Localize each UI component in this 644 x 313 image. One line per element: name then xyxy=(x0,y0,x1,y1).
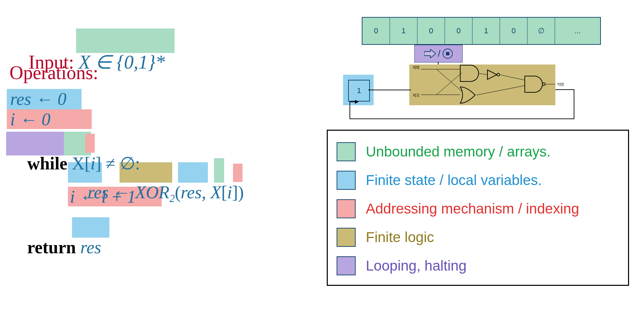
tape-cell: 0 xyxy=(417,18,445,44)
arg-br-close: ] xyxy=(232,183,238,202)
args-comma: , xyxy=(202,183,211,202)
tape-cell: 0 xyxy=(362,18,390,44)
args-close: ) xyxy=(238,183,244,202)
legend-item: Addressing mechanism / indexing xyxy=(337,195,619,223)
legend-swatch-green xyxy=(337,142,356,161)
legend-swatch-red xyxy=(337,199,356,218)
xor-sub: 2 xyxy=(169,192,175,204)
circuit-in0: X[0] xyxy=(413,65,419,69)
feedback-wire xyxy=(343,85,581,126)
tape-cell: ... xyxy=(555,18,600,44)
arg-br-open: [ xyxy=(221,183,227,202)
svg-marker-0 xyxy=(424,49,436,58)
legend-swatch-yellow xyxy=(337,228,356,247)
legend-label: Unbounded memory / arrays. xyxy=(366,144,551,160)
legend-item: Finite state / local variables. xyxy=(337,166,619,195)
legend-label: Addressing mechanism / indexing xyxy=(366,201,579,217)
legend-label: Finite state / local variables. xyxy=(366,172,542,188)
while-kw: while xyxy=(27,154,67,173)
arg-X: X xyxy=(211,183,221,202)
halt-icon xyxy=(443,49,453,59)
line-inc: i ← i + 1 xyxy=(70,187,136,207)
legend-item: Looping, halting xyxy=(337,252,619,280)
xor-fn: XOR xyxy=(135,183,169,202)
legend-box: Unbounded memory / arrays. Finite state … xyxy=(327,130,629,286)
head-slash: / xyxy=(438,48,441,59)
line-i0: i ← 0 xyxy=(10,109,50,129)
tape-cell: 0 xyxy=(445,18,472,44)
return-val: res xyxy=(80,238,101,257)
line-res0: res ← 0 xyxy=(10,89,67,109)
operations-label: Operations: xyxy=(10,62,98,84)
legend-item: Finite logic xyxy=(337,223,619,252)
svg-line-7 xyxy=(479,73,487,75)
right-arrow-icon xyxy=(424,49,436,58)
legend-swatch-purple xyxy=(337,256,356,275)
arg-res: res xyxy=(181,183,202,202)
tape-cell: 0 xyxy=(500,18,527,44)
return-kw: return xyxy=(27,238,76,257)
legend-label: Looping, halting xyxy=(366,258,467,274)
tape-cell: 1 xyxy=(472,18,500,44)
svg-marker-12 xyxy=(355,100,358,104)
arg-i: i xyxy=(227,183,232,202)
svg-line-8 xyxy=(500,75,525,80)
tape-cell: ∅ xyxy=(527,18,555,44)
return-line: return res xyxy=(10,217,101,277)
tape: 0 1 0 0 1 0 ∅ ... xyxy=(362,17,601,45)
head-box: / xyxy=(414,45,463,62)
args-open: ( xyxy=(175,183,181,202)
tape-cell: 1 xyxy=(390,18,417,44)
legend-item: Unbounded memory / arrays. xyxy=(337,137,619,166)
legend-swatch-blue xyxy=(337,171,356,190)
legend-label: Finite logic xyxy=(366,229,434,245)
